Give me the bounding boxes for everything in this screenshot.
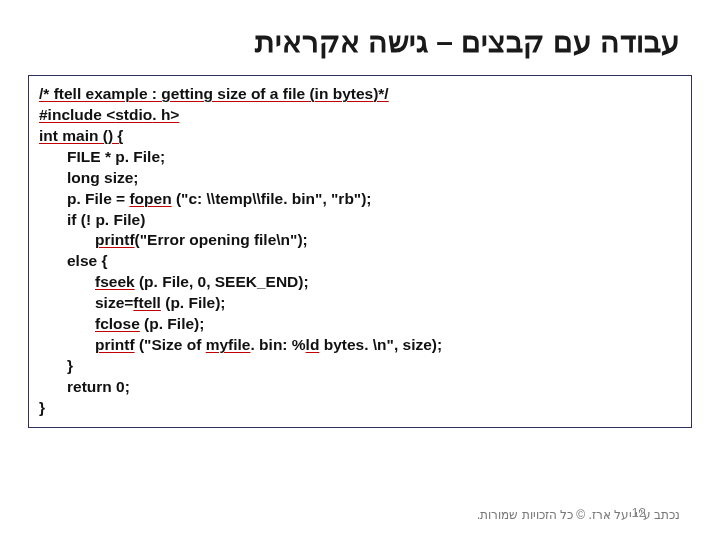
code-line: p. File = fopen ("c: \\temp\\file. bin",… <box>39 189 681 210</box>
code-block: /* ftell example : getting size of a fil… <box>28 75 692 428</box>
code-line: FILE * p. File; <box>39 147 681 168</box>
code-line: return 0; <box>39 377 681 398</box>
copyright-text: נכתב ע"י יעל ארז. © כל הזכויות שמורות. <box>477 508 680 522</box>
code-line: size=ftell (p. File); <box>39 293 681 314</box>
code-line: else { <box>39 251 681 272</box>
code-line: fclose (p. File); <box>39 314 681 335</box>
slide: עבודה עם קבצים – גישה אקראית /* ftell ex… <box>0 0 720 540</box>
code-line: int main () { <box>39 126 681 147</box>
code-line: } <box>39 398 681 419</box>
code-line: /* ftell example : getting size of a fil… <box>39 84 681 105</box>
slide-title: עבודה עם קבצים – גישה אקראית <box>0 0 720 69</box>
footer: נכתב ע"י יעל ארז. © כל הזכויות שמורות. 1… <box>40 508 680 522</box>
code-line: fseek (p. File, 0, SEEK_END); <box>39 272 681 293</box>
code-line: if (! p. File) <box>39 210 681 231</box>
code-line: printf ("Size of myfile. bin: %ld bytes.… <box>39 335 681 356</box>
code-line: printf("Error opening file\n"); <box>39 230 681 251</box>
code-line: long size; <box>39 168 681 189</box>
code-line: #include <stdio. h> <box>39 105 681 126</box>
page-number: 12 <box>632 505 646 520</box>
code-line: } <box>39 356 681 377</box>
